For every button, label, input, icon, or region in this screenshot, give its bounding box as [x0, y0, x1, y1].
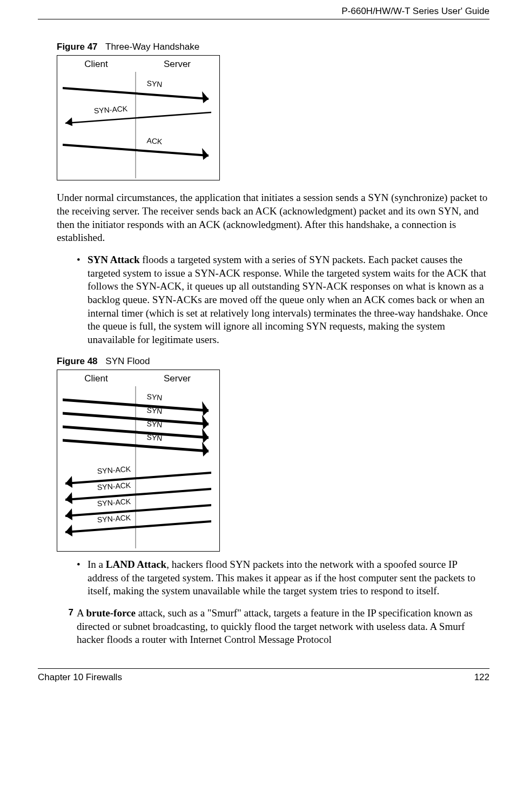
- figure-48-server-label: Server: [135, 373, 219, 385]
- footer-chapter: Chapter 10 Firewalls: [38, 672, 122, 683]
- figure-48-label: Figure 48: [57, 356, 98, 366]
- brute-pre: A: [77, 607, 86, 619]
- bullet-land-attack: • In a LAND Attack, hackers flood SYN pa…: [77, 558, 489, 598]
- svg-marker-3: [65, 118, 72, 126]
- svg-line-14: [65, 473, 211, 484]
- syn-attack-text: floods a targeted system with a series o…: [88, 254, 488, 345]
- svg-marker-13: [202, 441, 209, 457]
- numbered-item-7: 7 A brute-force attack, such as a "Smurf…: [77, 607, 489, 647]
- land-pre: In a: [88, 559, 106, 570]
- footer-page-number: 122: [474, 672, 489, 683]
- arrow-right-icon: [63, 400, 211, 411]
- svg-line-10: [63, 427, 209, 438]
- brute-rest: attack, such as a "Smurf" attack, target…: [77, 607, 473, 645]
- bullet-syn-attack: • SYN Attack floods a targeted system wi…: [77, 253, 489, 347]
- arrow-right-icon: [63, 88, 211, 99]
- land-bold: LAND Attack: [106, 559, 166, 570]
- paragraph-intro: Under normal circumstances, the applicat…: [57, 191, 489, 245]
- arrow-left-icon: [63, 473, 211, 484]
- svg-line-16: [65, 489, 211, 500]
- arrow-left-icon: [63, 505, 211, 516]
- svg-line-0: [63, 88, 209, 99]
- bullet-icon: •: [77, 253, 88, 347]
- figure-48-title: SYN Flood: [105, 356, 150, 366]
- figure-48-syn2: SYN: [146, 405, 163, 417]
- svg-marker-5: [202, 148, 209, 160]
- svg-marker-21: [65, 525, 72, 536]
- figure-48-syn4: SYN: [146, 432, 163, 444]
- arrow-left-icon: [63, 489, 211, 500]
- figure-47-diagram: Client Server SYN SY: [57, 55, 220, 180]
- svg-marker-15: [65, 476, 72, 488]
- figure-48-client-label: Client: [57, 373, 135, 385]
- page-header: P-660H/HW/W-T Series User' Guide: [38, 5, 489, 19]
- svg-marker-17: [65, 492, 72, 504]
- figure-48-syn1: SYN: [146, 392, 163, 403]
- arrow-right-icon: [63, 440, 211, 451]
- svg-line-6: [63, 400, 209, 411]
- figure-47-ack-label: ACK: [146, 136, 163, 147]
- arrow-right-icon: [63, 145, 211, 156]
- svg-line-2: [65, 112, 211, 123]
- svg-marker-1: [202, 91, 209, 103]
- arrow-right-icon: [63, 413, 211, 424]
- figure-48-syn3: SYN: [146, 419, 163, 430]
- syn-attack-bold: SYN Attack: [88, 254, 140, 265]
- arrow-left-icon: [63, 521, 211, 532]
- figure-47-title: Three-Way Handshake: [105, 42, 199, 52]
- svg-line-8: [63, 413, 209, 424]
- svg-line-18: [65, 505, 211, 516]
- svg-line-20: [65, 521, 211, 532]
- arrow-right-icon: [63, 427, 211, 438]
- svg-line-12: [63, 440, 209, 451]
- svg-line-4: [63, 145, 209, 156]
- figure-47-caption: Figure 47 Three-Way Handshake: [57, 41, 489, 53]
- bullet-icon: •: [77, 558, 88, 598]
- page-footer: Chapter 10 Firewalls 122: [38, 668, 489, 683]
- arrow-left-icon: [63, 112, 211, 123]
- figure-47-client-label: Client: [57, 58, 135, 70]
- svg-marker-19: [65, 508, 72, 520]
- figure-47-server-label: Server: [135, 58, 219, 70]
- figure-48-caption: Figure 48 SYN Flood: [57, 355, 489, 367]
- figure-47-syn-label: SYN: [146, 78, 163, 90]
- brute-bold: brute-force: [86, 607, 135, 619]
- guide-title: P-660H/HW/W-T Series User' Guide: [341, 6, 489, 16]
- figure-47-label: Figure 47: [57, 42, 98, 52]
- figure-48-diagram: Client Server SYN SYN: [57, 370, 220, 552]
- number-7: 7: [63, 607, 77, 647]
